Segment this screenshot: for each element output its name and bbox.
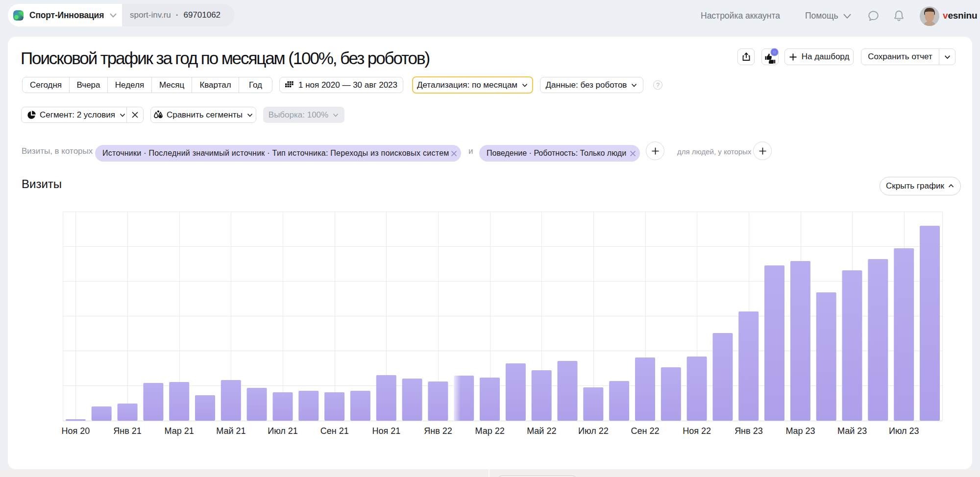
svg-text:Мар 22: Мар 22 bbox=[475, 426, 504, 436]
svg-text:Сен 21: Сен 21 bbox=[320, 426, 349, 436]
svg-text:Янв 21: Янв 21 bbox=[113, 426, 142, 436]
svg-text:Май 22: Май 22 bbox=[527, 426, 556, 436]
svg-text:Май 21: Май 21 bbox=[216, 426, 245, 436]
svg-text:Ноя 22: Ноя 22 bbox=[683, 426, 711, 436]
svg-text:Ноя 20: Ноя 20 bbox=[62, 426, 90, 436]
svg-text:Мар 21: Мар 21 bbox=[165, 426, 194, 436]
svg-text:Янв 22: Янв 22 bbox=[424, 426, 452, 436]
svg-text:Мар 23: Мар 23 bbox=[785, 426, 815, 436]
svg-text:Июл 21: Июл 21 bbox=[268, 426, 298, 436]
svg-text:Янв 23: Янв 23 bbox=[735, 426, 763, 436]
svg-text:Июл 22: Июл 22 bbox=[578, 426, 609, 436]
svg-text:Май 23: Май 23 bbox=[837, 426, 867, 436]
svg-text:Июл 23: Июл 23 bbox=[889, 426, 919, 436]
svg-text:Сен 22: Сен 22 bbox=[631, 426, 660, 436]
svg-text:Ноя 21: Ноя 21 bbox=[372, 426, 400, 436]
